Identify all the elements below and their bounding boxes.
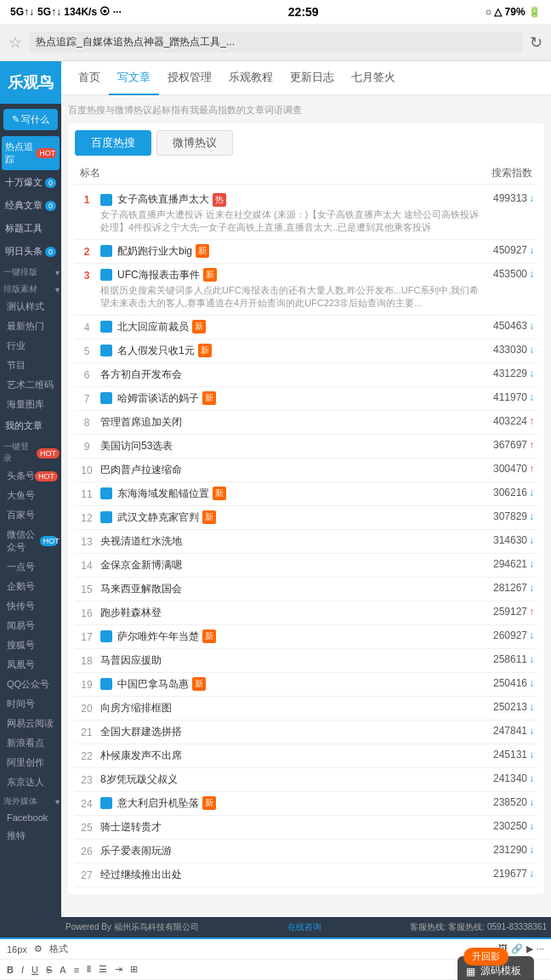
hot-item-row[interactable]: 5 名人假发只收1元 新 433030 ↓	[75, 339, 537, 363]
sidebar-sub-latest[interactable]: 最新热门	[0, 316, 61, 336]
sidebar-sub-penguin[interactable]: 企鹅号	[0, 577, 61, 596]
hot-item-row[interactable]: 13 央视清道红水洗地 314630 ↓	[75, 530, 537, 554]
sidebar-sub-wunyi[interactable]: 闻易号	[0, 616, 61, 635]
refresh-icon[interactable]: ↻	[530, 33, 542, 52]
sidebar-sub-sina[interactable]: 新浪看点	[0, 733, 61, 753]
tab-baidu[interactable]: 百度热搜	[75, 130, 151, 156]
trend-down-icon: ↓	[529, 320, 534, 332]
hot-item-title: 武汉文静克家官判 新	[100, 510, 482, 525]
sidebar-sub-kuaichuan[interactable]: 快传号	[0, 596, 61, 616]
sidebar-sub-baijia[interactable]: 百家号	[0, 505, 61, 525]
hot-item-row[interactable]: 23 8岁凭玩跋父叔义 241340 ↓	[75, 768, 537, 792]
hot-item-title: 名人假发只收1元 新	[100, 344, 482, 358]
hot-item-row[interactable]: 19 中国巴拿马岛惠 新 250416 ↓	[75, 673, 537, 697]
strikethrough-btn[interactable]: S	[44, 964, 54, 976]
sidebar-item-title-tool[interactable]: 标题工具	[2, 218, 60, 239]
hot-item-row[interactable]: 27 经过继续推出出处 219677 ↓	[75, 863, 537, 887]
nav-july[interactable]: 七月签火	[343, 61, 404, 95]
sidebar-sub-twitter[interactable]: 推特	[0, 826, 61, 846]
nav-changelog[interactable]: 更新日志	[281, 61, 343, 95]
app-container: 乐观鸟 ✎ 写什么 热点追踪 HOT 十万爆文 0 经典文章 0 标题工具 明日…	[0, 61, 551, 937]
editor-settings-icon[interactable]: ⚙	[34, 943, 43, 954]
hot-item-row[interactable]: 16 跑步鞋森林登 259127 ↑	[75, 601, 537, 625]
hot-item-row[interactable]: 9 美国访问53选表 367697 ↑	[75, 435, 537, 459]
collapse-icon: ▾	[55, 268, 60, 277]
hot-item-row[interactable]: 20 向房方缩排框图 250213 ↓	[75, 697, 537, 721]
sidebar-section-login[interactable]: 一键登录 HOT	[0, 437, 61, 466]
nav-auth[interactable]: 授权管理	[159, 61, 220, 95]
sidebar-sub-qq[interactable]: QQ公众号	[0, 675, 61, 694]
hot-item-row[interactable]: 7 哈姆雷谈话的妈子 新 411970 ↓	[75, 387, 537, 411]
sidebar-sub-tokyo[interactable]: 东京达人	[0, 772, 61, 792]
bookmark-icon[interactable]: ☆	[9, 33, 22, 52]
sidebar-sub-gallery[interactable]: 海量图库	[0, 395, 61, 414]
hot-item-row[interactable]: 10 巴肉普卢拉速缩命 300470 ↑	[75, 459, 537, 482]
hot-item-row[interactable]: 8 管理首席追加关闭 403224 ↑	[75, 411, 537, 435]
nav-home[interactable]: 首页	[70, 61, 109, 95]
hot-item-row[interactable]: 15 马来西亚解散国会 281267 ↓	[75, 578, 537, 601]
sidebar-sub-art[interactable]: 艺术二维码	[0, 375, 61, 395]
sidebar-item-tomorrow[interactable]: 明日头条 0	[2, 241, 60, 262]
format-btn[interactable]: Ⅱ	[85, 963, 93, 976]
hot-item-row[interactable]: 6 各方初自开发布会 431229 ↓	[75, 363, 537, 387]
color-btn[interactable]: A	[58, 964, 67, 976]
hot-item-row[interactable]: 26 乐子爱表闹玩游 231290 ↓	[75, 840, 537, 863]
editor-more-icon[interactable]: ···	[537, 943, 544, 954]
sidebar-item-100k[interactable]: 十万爆文 0	[2, 172, 60, 193]
sidebar-item-my-articles[interactable]: 我的文章	[2, 415, 60, 436]
sidebar-sub-style[interactable]: 测认样式	[0, 297, 61, 316]
write-btn[interactable]: ✎ 写什么	[3, 109, 58, 130]
bold-btn[interactable]: B	[5, 964, 15, 976]
sidebar-item-classic[interactable]: 经典文章 0	[2, 195, 60, 216]
underline-btn[interactable]: U	[30, 964, 40, 976]
sidebar-sub-dayu[interactable]: 大鱼号	[0, 486, 61, 505]
hot-item-row[interactable]: 25 骑士逆转贵才 230250 ↓	[75, 816, 537, 840]
hot-item-row[interactable]: 24 意大利启升机坠落 新 238520 ↓	[75, 792, 537, 816]
hot-item-row[interactable]: 4 北大回应前裁员 新 450463 ↓	[75, 316, 537, 339]
sidebar-section-typeset[interactable]: 一键排版 ▾	[0, 263, 61, 280]
hot-item-rank: 7	[78, 391, 95, 405]
hot-item-row[interactable]: 21 全国大群建选拼搭 247841 ↓	[75, 721, 537, 744]
hot-item-content: 骑士逆转贵才	[100, 820, 482, 835]
sidebar-sub-toutiao[interactable]: 头条号 HOT	[0, 466, 61, 486]
sidebar-sub-wechat[interactable]: 微信公众号 HOT	[0, 525, 61, 557]
indent-btn[interactable]: ⇥	[113, 963, 124, 976]
sidebar-sub-time[interactable]: 时间号	[0, 694, 61, 714]
align-btn[interactable]: ≡	[72, 964, 81, 976]
nav-tutorial[interactable]: 乐观教程	[220, 61, 281, 95]
hot-item-row[interactable]: 1 女子高铁直播声太大 热 女子高铁直播声大遭投诉 近来在社交媒体 (来源：)【…	[75, 188, 537, 240]
sidebar-item-hot-tracking[interactable]: 热点追踪 HOT	[2, 136, 60, 170]
popup-orange-btn[interactable]: 升回影	[463, 948, 508, 966]
hot-item-row[interactable]: 14 金保京金新博满嗯 294621 ↓	[75, 554, 537, 578]
tab-weibo[interactable]: 微博热议	[156, 130, 233, 156]
browser-title[interactable]: 热点追踪_自媒体追热点神器_蹭热点工具_...	[29, 31, 523, 53]
hot-item-rank: 4	[78, 320, 95, 333]
hot-item-row[interactable]: 2 配奶跑行业大big 新 450927 ↓	[75, 240, 537, 264]
hot-item-row[interactable]: 3 UFC海报表击事件 新 根据历史搜索关键词多人点此UFC海报表击的还有大量人…	[75, 264, 537, 316]
sidebar-sub-163[interactable]: 网易云阅读	[0, 714, 61, 733]
hot-item-row[interactable]: 22 朴候康发声不出席 245131 ↓	[75, 744, 537, 768]
table-btn[interactable]: ⊞	[128, 963, 139, 976]
sidebar-sub-fenghuang[interactable]: 凤凰号	[0, 655, 61, 675]
nav-write[interactable]: 写文章	[109, 61, 159, 95]
sidebar-sub-yidian[interactable]: 一点号	[0, 557, 61, 577]
italic-btn[interactable]: I	[20, 964, 26, 976]
hot-item-rank: 5	[78, 344, 95, 357]
sidebar-sub-sohu[interactable]: 搜狐号	[0, 635, 61, 655]
editor-video-icon[interactable]: ▶	[526, 943, 533, 954]
pencil-icon: ✎	[12, 114, 20, 125]
hot-item-row[interactable]: 12 武汉文静克家官判 新 307829 ↓	[75, 506, 537, 530]
sidebar-section-overseas[interactable]: 海外媒体 ▾	[0, 792, 61, 809]
hot-item-row[interactable]: 11 东海海域发船锚位置 新 306216 ↓	[75, 482, 537, 506]
sidebar-sub-facebook[interactable]: Facebook	[0, 809, 61, 826]
list-btn[interactable]: ☰	[97, 963, 109, 976]
editor-link-icon[interactable]: 🔗	[511, 943, 523, 954]
sidebar-sub-industry[interactable]: 行业	[0, 336, 61, 356]
sidebar-sub-ali[interactable]: 阿里创作	[0, 753, 61, 772]
sidebar-sub-show[interactable]: 节目	[0, 356, 61, 375]
hot-item-row[interactable]: 17 萨尔唯炸午年当楚 新 260927 ↓	[75, 625, 537, 649]
title-text: 北大回应前裁员	[117, 320, 189, 334]
online-consult-btn[interactable]: 在线咨询	[287, 921, 321, 933]
hot-item-row[interactable]: 18 马普因应援助 258611 ↓	[75, 649, 537, 673]
sidebar-section-material[interactable]: 排版素材 ▾	[0, 280, 61, 297]
